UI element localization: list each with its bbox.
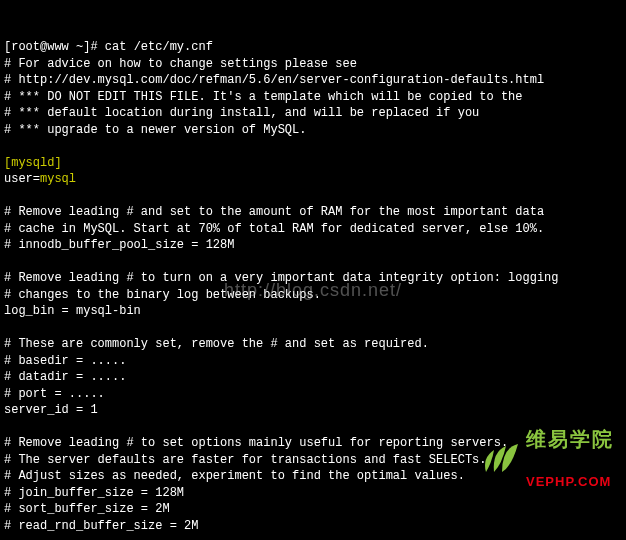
shell-prompt: [root@www ~]# bbox=[4, 40, 105, 54]
output-line bbox=[4, 188, 622, 205]
output-line: # datadir = ..... bbox=[4, 369, 622, 386]
output-line: # read_rnd_buffer_size = 2M bbox=[4, 518, 622, 535]
output-line: # These are commonly set, remove the # a… bbox=[4, 336, 622, 353]
output-line bbox=[4, 320, 622, 337]
output-line: user=mysql bbox=[4, 171, 622, 188]
output-line: # changes to the binary log between back… bbox=[4, 287, 622, 304]
terminal-content: [root@www ~]# cat /etc/my.cnf# For advic… bbox=[4, 39, 622, 540]
output-line: # innodb_buffer_pool_size = 128M bbox=[4, 237, 622, 254]
output-line: server_id = 1 bbox=[4, 402, 622, 419]
output-line: # Remove leading # to set options mainly… bbox=[4, 435, 622, 452]
shell-command: cat /etc/my.cnf bbox=[105, 40, 213, 54]
output-line: # http://dev.mysql.com/doc/refman/5.6/en… bbox=[4, 72, 622, 89]
output-line: # *** DO NOT EDIT THIS FILE. It's a temp… bbox=[4, 89, 622, 106]
output-line bbox=[4, 534, 622, 540]
output-line: # Remove leading # and set to the amount… bbox=[4, 204, 622, 221]
output-line bbox=[4, 254, 622, 271]
output-line: # cache in MySQL. Start at 70% of total … bbox=[4, 221, 622, 238]
output-line bbox=[4, 419, 622, 436]
output-line: log_bin = mysql-bin bbox=[4, 303, 622, 320]
output-line: # Adjust sizes as needed, experiment to … bbox=[4, 468, 622, 485]
output-line bbox=[4, 138, 622, 155]
output-line: # *** default location during install, a… bbox=[4, 105, 622, 122]
output-line: # basedir = ..... bbox=[4, 353, 622, 370]
output-line: # sort_buffer_size = 2M bbox=[4, 501, 622, 518]
prompt-line: [root@www ~]# cat /etc/my.cnf bbox=[4, 39, 622, 56]
terminal-window[interactable]: [root@www ~]# cat /etc/my.cnf# For advic… bbox=[0, 0, 626, 540]
output-line: # For advice on how to change settings p… bbox=[4, 56, 622, 73]
output-line: # Remove leading # to turn on a very imp… bbox=[4, 270, 622, 287]
output-line: [mysqld] bbox=[4, 155, 622, 172]
output-line: # The server defaults are faster for tra… bbox=[4, 452, 622, 469]
output-line: # port = ..... bbox=[4, 386, 622, 403]
output-line: # join_buffer_size = 128M bbox=[4, 485, 622, 502]
output-line: # *** upgrade to a newer version of MySQ… bbox=[4, 122, 622, 139]
